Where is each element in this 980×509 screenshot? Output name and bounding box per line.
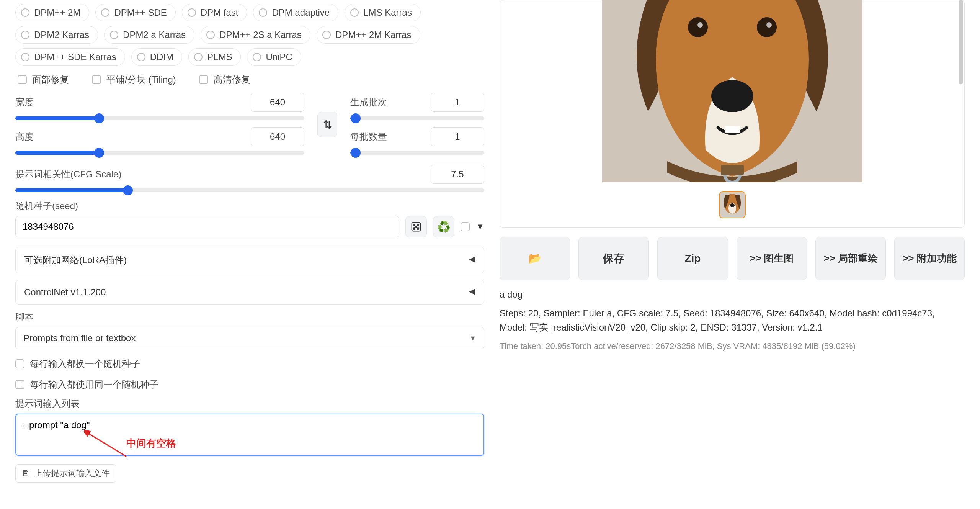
action-buttons-row: 📂 保存 Zip >> 图生图 >> 局部重绘 >> 附加功能 (500, 237, 965, 280)
width-slider[interactable] (15, 116, 304, 120)
svg-point-11 (697, 22, 703, 28)
send-to-img2img-button[interactable]: >> 图生图 (737, 237, 807, 280)
sampler-row-3: DPM++ SDE KarrasDDIMPLMSUniPC (15, 48, 484, 66)
dropdown-caret-icon: ▼ (469, 334, 476, 342)
sampler-option[interactable]: UniPC (247, 48, 301, 66)
send-to-extras-button[interactable]: >> 附加功能 (894, 237, 965, 280)
open-folder-button[interactable]: 📂 (500, 237, 570, 280)
width-label: 宽度 (15, 96, 34, 108)
height-input[interactable] (251, 127, 304, 146)
same-seed-checkbox[interactable] (15, 380, 24, 389)
accordion-arrow-icon: ▶ (469, 255, 475, 265)
radio-icon (259, 8, 267, 17)
sampler-option[interactable]: DPM++ 2M (15, 4, 89, 21)
result-image-area (500, 0, 965, 228)
face-restore-label: 面部修复 (32, 74, 69, 86)
prompt-list-label: 提示词输入列表 (15, 398, 484, 410)
sampler-option-label: DPM++ SDE (114, 7, 167, 18)
result-thumbnail[interactable] (719, 191, 746, 218)
svg-point-2 (417, 224, 419, 226)
result-timing: Time taken: 20.95sTorch active/reserved:… (500, 341, 965, 351)
prompt-list-textarea[interactable] (15, 414, 484, 456)
radio-icon (194, 53, 203, 61)
sampler-option-label: DPM++ SDE Karras (34, 52, 116, 62)
sampler-option[interactable]: DPM++ SDE Karras (15, 48, 125, 66)
toggles-row: 面部修复 平铺/分块 (Tiling) 高清修复 (15, 74, 484, 86)
tiling-label: 平铺/分块 (Tiling) (106, 74, 176, 86)
script-label: 脚本 (15, 311, 484, 323)
radio-icon (21, 31, 29, 39)
result-prompt: a dog (500, 289, 965, 300)
seed-label: 随机种子(seed) (15, 200, 484, 212)
sampler-option[interactable]: DPM2 Karras (15, 26, 98, 44)
save-button[interactable]: 保存 (578, 237, 649, 280)
dice-button[interactable] (405, 216, 427, 237)
sampler-option-label: DPM adaptive (272, 7, 330, 18)
sampler-option-label: LMS Karras (363, 7, 412, 18)
radio-icon (137, 53, 145, 61)
batch-count-slider[interactable] (350, 116, 484, 120)
hires-checkbox[interactable] (199, 75, 208, 84)
seed-input[interactable] (15, 216, 399, 237)
folder-icon: 📂 (528, 252, 542, 265)
radio-icon (21, 53, 29, 61)
svg-point-3 (415, 226, 417, 227)
iterate-seed-checkbox[interactable] (15, 359, 24, 368)
radio-icon (101, 8, 109, 17)
batch-size-label: 每批数量 (350, 131, 387, 143)
cfg-input[interactable] (431, 165, 484, 184)
lora-accordion[interactable]: 可选附加网络(LoRA插件) ▶ (15, 247, 484, 273)
sampler-option-label: DPM fast (201, 7, 238, 18)
batch-count-input[interactable] (431, 93, 484, 112)
sampler-option-label: DPM++ 2M Karras (335, 29, 412, 40)
cfg-slider[interactable] (15, 188, 484, 192)
height-label: 高度 (15, 131, 34, 143)
result-image[interactable] (602, 0, 862, 182)
sampler-option[interactable]: DDIM (131, 48, 182, 66)
batch-size-input[interactable] (431, 127, 484, 146)
sampler-option[interactable]: DPM adaptive (253, 4, 338, 21)
recycle-button[interactable]: ♻️ (433, 216, 454, 237)
tiling-checkbox[interactable] (92, 75, 101, 84)
upload-prompt-file-button[interactable]: 🗎 上传提示词输入文件 (15, 464, 116, 483)
send-to-inpaint-button[interactable]: >> 局部重绘 (815, 237, 886, 280)
lora-label: 可选附加网络(LoRA插件) (24, 254, 127, 266)
svg-rect-13 (725, 126, 740, 133)
batch-size-slider[interactable] (350, 151, 484, 155)
cfg-label: 提示词相关性(CFG Scale) (15, 168, 121, 180)
radio-icon (188, 8, 196, 17)
svg-point-19 (730, 203, 735, 207)
radio-icon (110, 31, 118, 39)
sampler-option[interactable]: DPM fast (182, 4, 247, 21)
hires-label: 高清修复 (214, 74, 250, 86)
sampler-option-label: PLMS (207, 52, 232, 62)
sampler-option-label: DPM++ 2S a Karras (219, 29, 302, 40)
sampler-row-2: DPM2 KarrasDPM2 a KarrasDPM++ 2S a Karra… (15, 26, 484, 44)
sampler-option[interactable]: DPM++ 2M Karras (317, 26, 420, 44)
sampler-option[interactable]: DPM++ 2S a Karras (201, 26, 310, 44)
svg-point-8 (711, 80, 753, 112)
face-restore-checkbox[interactable] (18, 75, 27, 84)
zip-button[interactable]: Zip (657, 237, 728, 280)
svg-point-12 (766, 22, 772, 28)
result-parameters: Steps: 20, Sampler: Euler a, CFG scale: … (500, 306, 965, 334)
svg-point-4 (413, 228, 415, 229)
controlnet-accordion[interactable]: ControlNet v1.1.200 ▶ (15, 280, 484, 305)
seed-expand-button[interactable]: ▼ (476, 222, 484, 232)
svg-point-9 (688, 17, 708, 37)
radio-icon (322, 31, 331, 39)
swap-dimensions-button[interactable]: ⇅ (317, 112, 337, 137)
same-seed-label: 每行输入都使用同一个随机种子 (30, 378, 158, 391)
file-icon: 🗎 (22, 468, 30, 478)
width-input[interactable] (251, 93, 304, 112)
sampler-option[interactable]: DPM++ SDE (95, 4, 175, 21)
script-select[interactable]: Prompts from file or textbox ▼ (15, 327, 484, 349)
seed-extra-checkbox[interactable] (461, 222, 470, 231)
sampler-option[interactable]: DPM2 a Karras (104, 26, 194, 44)
sampler-option[interactable]: LMS Karras (345, 4, 421, 21)
height-slider[interactable] (15, 151, 304, 155)
controlnet-label: ControlNet v1.1.200 (24, 287, 106, 298)
sampler-option[interactable]: PLMS (188, 48, 241, 66)
sampler-option-label: DPM2 Karras (34, 29, 89, 40)
right-scrollbar[interactable] (958, 0, 963, 509)
